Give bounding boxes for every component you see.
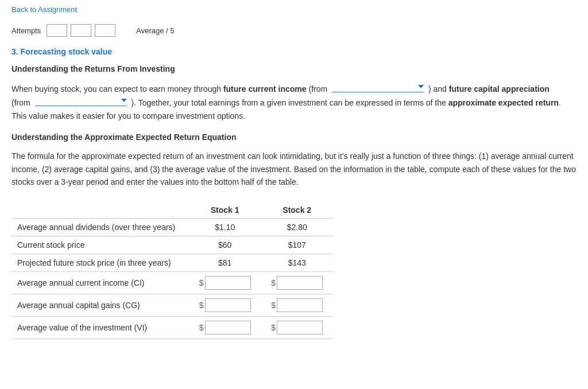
row-stock2-5[interactable]: $ xyxy=(261,317,333,339)
data-table-section: Stock 1 Stock 2 Average annual dividends… xyxy=(11,202,577,339)
table-row: Average annual capital gains (CG)$$ xyxy=(11,294,333,317)
dropdown1[interactable] xyxy=(332,81,424,92)
row-stock2-3[interactable]: $ xyxy=(261,272,333,294)
col-header-stock1: Stock 1 xyxy=(189,202,261,219)
attempts-label: Attempts xyxy=(11,26,41,35)
row-stock1-4[interactable]: $ xyxy=(189,294,261,317)
dropdown1-arrow[interactable] xyxy=(418,85,424,88)
stock-table: Stock 1 Stock 2 Average annual dividends… xyxy=(11,202,333,339)
para1-after3: (from xyxy=(11,98,33,107)
row-label-3: Average annual current income (CI) xyxy=(11,272,189,294)
section1-paragraph: When buying stock, you can expect to ear… xyxy=(11,81,577,122)
input-stock1-5[interactable] xyxy=(205,321,251,334)
attempts-row: Attempts Average / 5 xyxy=(11,24,577,37)
row-stock2-4[interactable]: $ xyxy=(261,294,333,317)
dropdown2-arrow[interactable] xyxy=(121,99,127,102)
para1-bold3: approximate expected return xyxy=(448,98,559,107)
attempt-box-2 xyxy=(71,24,91,37)
para1-after2: ) and xyxy=(426,84,449,94)
para1-bold2: future capital appreciation xyxy=(449,84,550,94)
section2-paragraph: The formula for the approximate expected… xyxy=(11,150,577,188)
attempt-box-1 xyxy=(47,24,67,37)
table-row: Average annual current income (CI)$$ xyxy=(11,272,333,294)
input-stock2-3[interactable] xyxy=(277,276,323,290)
row-label-5: Average value of the investment (VI) xyxy=(11,317,189,339)
col-header-stock2: Stock 2 xyxy=(261,202,333,219)
input-stock2-4[interactable] xyxy=(277,298,323,312)
dropdown2[interactable] xyxy=(35,95,127,106)
question-title: 3. Forecasting stock value xyxy=(11,47,577,56)
para1-after1: (from xyxy=(307,84,330,94)
average-label: Average / 5 xyxy=(136,26,174,35)
row-stock2-0: $2.80 xyxy=(261,219,333,236)
section2-heading: Understanding the Approximate Expected R… xyxy=(11,133,577,142)
section1-heading: Understanding the Returns From Investing xyxy=(11,64,577,73)
para1-text1: When buying stock, you can expect to ear… xyxy=(11,84,223,94)
table-row: Average annual dividends (over three yea… xyxy=(11,219,333,236)
table-header-row: Stock 1 Stock 2 xyxy=(11,202,333,219)
question-number: 3. xyxy=(11,47,18,56)
row-label-4: Average annual capital gains (CG) xyxy=(11,294,189,317)
row-label-0: Average annual dividends (over three yea… xyxy=(11,219,189,236)
row-stock1-1: $60 xyxy=(189,236,261,254)
row-stock1-0: $1.10 xyxy=(189,219,261,236)
row-stock1-2: $81 xyxy=(189,254,261,272)
question-text: Forecasting stock value xyxy=(21,47,113,56)
row-stock1-3[interactable]: $ xyxy=(189,272,261,294)
row-label-1: Current stock price xyxy=(11,236,189,254)
col-header-label xyxy=(11,202,189,219)
input-stock1-4[interactable] xyxy=(205,298,251,312)
para1-after4: ). Together, your total earnings from a … xyxy=(129,98,448,107)
row-stock1-5[interactable]: $ xyxy=(189,317,261,339)
row-label-2: Projected future stock price (in three y… xyxy=(11,254,189,272)
attempt-box-3 xyxy=(95,24,115,37)
input-stock1-3[interactable] xyxy=(205,276,251,290)
input-stock2-5[interactable] xyxy=(277,321,323,334)
para1-bold1: future current income xyxy=(223,84,307,94)
table-row: Current stock price$60$107 xyxy=(11,236,333,254)
row-stock2-2: $143 xyxy=(261,254,333,272)
table-row: Average value of the investment (VI)$$ xyxy=(11,317,333,339)
back-to-assignment-link[interactable]: Back to Assignment xyxy=(11,5,77,14)
row-stock2-1: $107 xyxy=(261,236,333,254)
table-row: Projected future stock price (in three y… xyxy=(11,254,333,272)
